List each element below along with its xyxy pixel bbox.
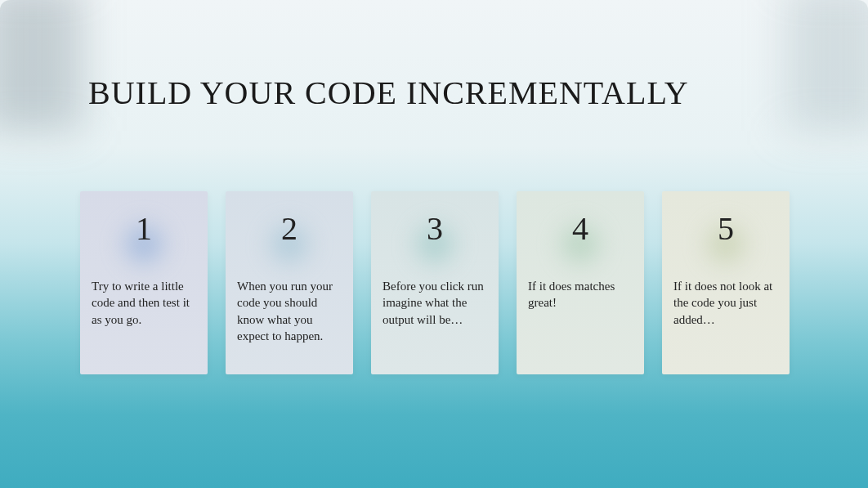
background-blur-left: [0, 0, 82, 131]
background-blur-right: [786, 0, 868, 131]
step-number: 5: [673, 213, 778, 245]
step-number: 1: [92, 213, 196, 245]
step-card-2: 2 When you run your code you should know…: [226, 191, 353, 374]
step-text: When you run your code you should know w…: [237, 278, 342, 344]
step-text: Before you click run imagine what the ou…: [383, 278, 487, 328]
slide-title: BUILD YOUR CODE INCREMENTALLY: [88, 74, 689, 112]
step-number: 4: [528, 213, 633, 245]
step-number: 2: [237, 213, 342, 245]
step-card-5: 5 If it does not look at the code you ju…: [662, 191, 790, 374]
cards-container: 1 Try to write a little code and then te…: [80, 191, 790, 374]
step-card-1: 1 Try to write a little code and then te…: [80, 191, 208, 374]
step-card-4: 4 If it does matches great!: [517, 191, 644, 374]
step-number: 3: [383, 213, 487, 245]
step-text: If it does matches great!: [528, 278, 633, 311]
step-text: If it does not look at the code you just…: [673, 278, 778, 328]
step-text: Try to write a little code and then test…: [92, 278, 196, 328]
step-card-3: 3 Before you click run imagine what the …: [371, 191, 499, 374]
